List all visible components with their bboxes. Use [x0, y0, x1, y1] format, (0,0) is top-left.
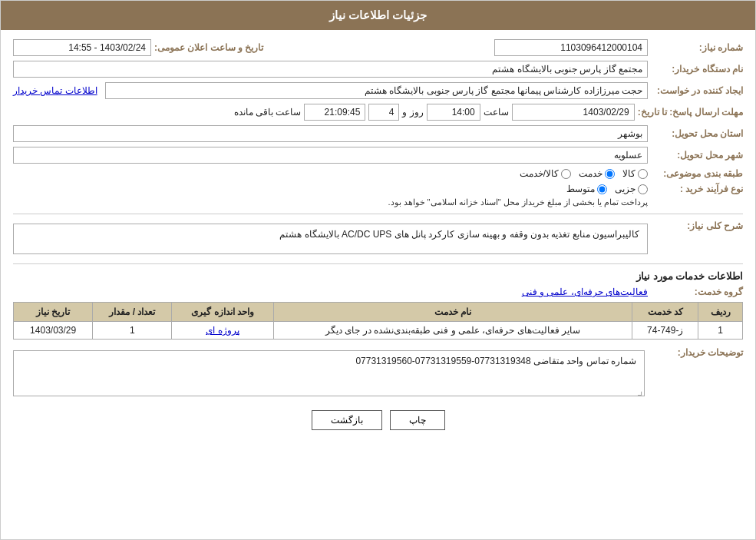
- creator-value: حجت میرزازاده کارشناس پیمانها مجتمع گاز …: [105, 82, 648, 99]
- col-header-row: ردیف: [698, 303, 743, 322]
- section-divider-1: [13, 214, 743, 214]
- button-bar: چاپ بازگشت: [13, 410, 743, 430]
- cell-code: ز-749-74: [632, 322, 698, 340]
- category-radio-kala-khedmat[interactable]: [561, 169, 571, 179]
- creator-label: ایجاد کننده در خواست:: [651, 85, 743, 96]
- province-value: بوشهر: [13, 125, 648, 142]
- comments-label: توضیحات خریدار:: [651, 347, 743, 358]
- deadline-days: 4: [368, 104, 399, 121]
- col-header-unit: واحد اندازه گیری: [172, 303, 273, 322]
- col-header-qty: تعداد / مقدار: [93, 303, 172, 322]
- services-table: ردیف کد خدمت نام خدمت واحد اندازه گیری ت…: [13, 302, 743, 340]
- announce-date-label: تاریخ و ساعت اعلان عمومی:: [154, 42, 263, 53]
- deadline-days-label: روز و: [402, 107, 423, 118]
- purchase-type-jozi[interactable]: جزیی: [615, 184, 648, 194]
- cell-qty: 1: [93, 322, 172, 340]
- cell-row: 1: [698, 322, 743, 340]
- section-divider-2: [13, 263, 743, 264]
- col-header-name: نام خدمت: [273, 303, 632, 322]
- need-number-value: 1103096412000104: [494, 39, 648, 56]
- category-label: طبقه بندی موضوعی:: [651, 168, 743, 179]
- requester-label: نام دستگاه خریدار:: [651, 64, 743, 75]
- need-number-label: شماره نیاز:: [651, 42, 743, 53]
- purchase-type-label: نوع فرآیند خرید :: [651, 184, 743, 194]
- category-radio-kala[interactable]: [638, 169, 648, 179]
- requester-value: مجتمع گاز پارس جنوبی بالایشگاه هشتم: [13, 61, 648, 78]
- service-group-value[interactable]: فعالیت‌های حرفه‌ای، علمی و فنی: [522, 287, 648, 297]
- comments-value: شماره تماس واحد متقاضی 07731319348-07731…: [13, 350, 645, 396]
- purchase-type-radio-motavasset[interactable]: [597, 184, 607, 194]
- cell-date: 1403/03/29: [14, 322, 93, 340]
- services-section-title: اطلاعات خدمات مورد نیاز: [13, 270, 743, 282]
- category-option-kala[interactable]: کالا: [622, 168, 648, 179]
- page-title: جزئیات اطلاعات نیاز: [1, 1, 755, 30]
- category-option-kala-khedmat-label: کالا/خدمت: [520, 168, 559, 179]
- purchase-type-motavasset-label: متوسط: [566, 184, 595, 194]
- deadline-remaining: 21:09:45: [304, 104, 365, 121]
- col-header-code: کد خدمت: [632, 303, 698, 322]
- print-button[interactable]: چاپ: [390, 410, 445, 430]
- table-row: 1 ز-749-74 سایر فعالیت‌های حرفه‌ای، علمی…: [14, 322, 743, 340]
- cell-unit[interactable]: پروژه ای: [172, 322, 273, 340]
- purchase-type-radio-jozi[interactable]: [638, 184, 648, 194]
- category-option-kala-label: کالا: [622, 168, 636, 179]
- cell-name: سایر فعالیت‌های حرفه‌ای، علمی و فنی طبقه…: [273, 322, 632, 340]
- service-group-label: گروه خدمت:: [651, 287, 743, 297]
- category-option-khedmat[interactable]: خدمت: [579, 168, 615, 179]
- category-option-kala-khedmat[interactable]: کالا/خدمت: [520, 168, 571, 179]
- col-header-date: تاریخ نیاز: [14, 303, 93, 322]
- category-radio-khedmat[interactable]: [605, 169, 615, 179]
- need-description-value: کالیبراسیون منابع تغذیه بدون وقفه و بهین…: [13, 224, 648, 254]
- category-radio-group: کالا خدمت کالا/خدمت: [520, 168, 648, 179]
- deadline-time: 14:00: [427, 104, 480, 121]
- resize-handle-icon: ⌟: [637, 383, 643, 398]
- purchase-type-motavasset[interactable]: متوسط: [566, 184, 607, 194]
- need-description-label: شرح کلی نیاز:: [651, 220, 743, 231]
- province-label: استان محل تحویل:: [651, 128, 743, 139]
- city-label: شهر محل تحویل:: [651, 150, 743, 161]
- category-option-khedmat-label: خدمت: [579, 168, 602, 179]
- announce-date-value: 1403/02/24 - 14:55: [13, 39, 151, 56]
- back-button[interactable]: بازگشت: [312, 410, 382, 430]
- purchase-type-radio-group: جزیی متوسط: [388, 184, 648, 194]
- city-value: عسلویه: [13, 147, 648, 164]
- deadline-label: مهلت ارسال پاسخ: تا تاریخ:: [638, 107, 743, 118]
- deadline-time-label: ساعت: [484, 107, 509, 118]
- deadline-date: 1403/02/29: [512, 104, 635, 121]
- creator-contact-link[interactable]: اطلاعات تماس خریدار: [13, 85, 97, 96]
- deadline-remaining-label: ساعت باقی مانده: [234, 107, 302, 118]
- purchase-type-note: پرداخت تمام یا بخشی از مبلغ خریداز محل "…: [388, 197, 648, 207]
- purchase-type-jozi-label: جزیی: [615, 184, 636, 194]
